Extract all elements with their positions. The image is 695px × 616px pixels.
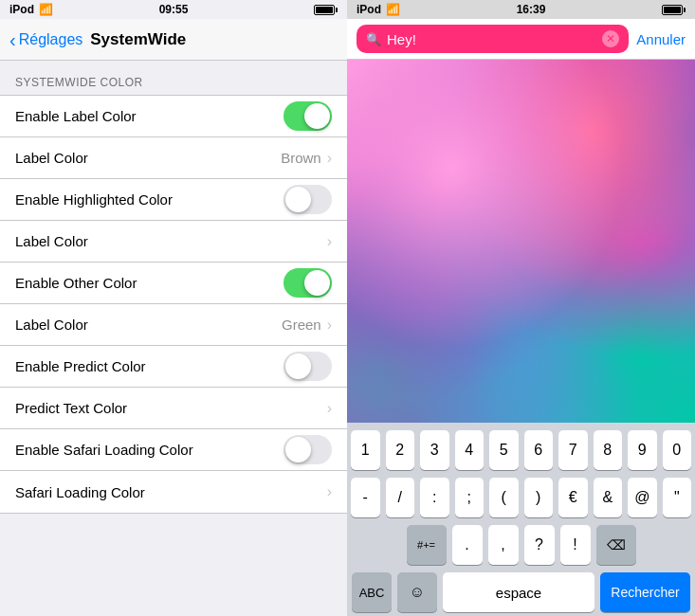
- key-slash[interactable]: /: [386, 478, 415, 517]
- key-euro[interactable]: €: [558, 478, 588, 517]
- key-1[interactable]: 1: [351, 430, 380, 470]
- key-2[interactable]: 2: [386, 430, 415, 470]
- search-icon-right: 🔍: [366, 32, 381, 46]
- key-search[interactable]: Rechercher: [600, 572, 690, 612]
- search-clear-button[interactable]: ✕: [602, 30, 619, 47]
- device-name-left: iPod: [9, 3, 34, 16]
- cancel-button[interactable]: Annuler: [636, 31, 686, 47]
- row-label-color-brown[interactable]: Label Color Brown ›: [0, 137, 347, 179]
- row-predict-text-color[interactable]: Predict Text Color ›: [0, 388, 347, 429]
- key-comma[interactable]: ,: [488, 525, 519, 565]
- keyboard-row-3: #+= . , ? ! ⌫: [351, 525, 691, 565]
- key-colon[interactable]: :: [420, 478, 449, 517]
- keyboard-row-symbols: - / : ; ( ) € & @ ": [351, 478, 691, 517]
- key-9[interactable]: 9: [628, 430, 657, 470]
- row-label-6: Enable Predict Color: [15, 358, 283, 374]
- right-panel: iPod 📶 16:39 🔍 Hey! ✕ Annuler 1: [347, 0, 695, 616]
- chevron-icon-5: ›: [327, 317, 332, 334]
- row-label-color-empty[interactable]: Label Color ›: [0, 221, 347, 263]
- settings-group: Enable Label Color Label Color Brown › E…: [0, 95, 347, 514]
- battery-icon-left: [314, 5, 338, 15]
- key-question[interactable]: ?: [524, 525, 555, 565]
- key-amp[interactable]: &: [594, 478, 623, 517]
- settings-list: SYSTEMWIDE COLOR Enable Label Color Labe…: [0, 61, 347, 616]
- time-left: 09:55: [159, 3, 189, 16]
- keyboard-row-bottom: ABC ☺ espace Rechercher: [351, 572, 691, 612]
- key-semicolon[interactable]: ;: [455, 478, 485, 517]
- key-3[interactable]: 3: [420, 430, 449, 470]
- keyboard-row-numbers: 1 2 3 4 5 6 7 8 9 0: [351, 430, 691, 470]
- key-8[interactable]: 8: [594, 430, 623, 470]
- row-enable-label-color[interactable]: Enable Label Color: [0, 96, 347, 137]
- key-space[interactable]: espace: [443, 572, 594, 612]
- search-bar-container: 🔍 Hey! ✕ Annuler: [347, 19, 695, 60]
- color-picker-area[interactable]: [347, 60, 695, 423]
- row-label-7: Predict Text Color: [15, 400, 327, 416]
- row-label-5: Label Color: [15, 317, 282, 333]
- key-exclaim[interactable]: !: [560, 525, 591, 565]
- search-input-text[interactable]: Hey!: [387, 31, 596, 47]
- toggle-enable-highlighted-color[interactable]: [283, 185, 332, 214]
- key-rparen[interactable]: ): [524, 478, 554, 517]
- toggle-enable-other-color[interactable]: [283, 268, 332, 298]
- nav-title: SystemWide: [90, 30, 186, 49]
- row-label-4: Enable Other Color: [15, 275, 283, 291]
- left-panel: iPod 📶 09:55 ‹ Réglages SystemWide SYSTE…: [0, 0, 347, 616]
- key-6[interactable]: 6: [524, 430, 554, 470]
- wifi-icon-left: 📶: [39, 3, 53, 16]
- chevron-icon-3: ›: [327, 233, 332, 250]
- wifi-icon-right: 📶: [386, 3, 400, 16]
- toggle-enable-label-color[interactable]: [283, 101, 332, 131]
- toggle-enable-predict-color[interactable]: [283, 352, 332, 381]
- back-button[interactable]: ‹ Réglages: [9, 30, 82, 49]
- time-right: 16:39: [517, 3, 546, 16]
- key-dash[interactable]: -: [351, 478, 380, 517]
- row-label-2: Enable Highlighted Color: [15, 191, 283, 208]
- section-header: SYSTEMWIDE COLOR: [0, 61, 347, 95]
- status-bar-right: iPod 📶 16:39: [347, 0, 695, 19]
- chevron-icon-1: ›: [327, 150, 332, 167]
- key-period[interactable]: .: [452, 525, 483, 565]
- row-label-color-green[interactable]: Label Color Green ›: [0, 304, 347, 346]
- row-value-brown: Brown: [281, 150, 321, 166]
- row-label-0: Enable Label Color: [15, 108, 283, 124]
- key-hash[interactable]: #+=: [407, 525, 447, 565]
- key-4[interactable]: 4: [455, 430, 485, 470]
- device-name-right: iPod: [357, 3, 381, 16]
- row-label-1: Label Color: [15, 150, 281, 166]
- row-label-9: Safari Loading Color: [15, 484, 327, 500]
- row-enable-highlighted-color[interactable]: Enable Highlighted Color: [0, 179, 347, 221]
- key-quote[interactable]: ": [663, 478, 692, 517]
- toggle-enable-safari-loading-color[interactable]: [283, 435, 332, 464]
- nav-bar-left: ‹ Réglages SystemWide: [0, 19, 347, 61]
- key-emoji[interactable]: ☺: [397, 572, 437, 612]
- key-lparen[interactable]: (: [489, 478, 519, 517]
- row-enable-predict-color[interactable]: Enable Predict Color: [0, 346, 347, 388]
- row-safari-loading-color[interactable]: Safari Loading Color ›: [0, 471, 347, 513]
- key-7[interactable]: 7: [558, 430, 588, 470]
- key-5[interactable]: 5: [489, 430, 519, 470]
- status-bar-left: iPod 📶 09:55: [0, 0, 347, 19]
- row-value-green: Green: [282, 317, 321, 333]
- row-label-3: Label Color: [15, 233, 327, 249]
- chevron-icon-9: ›: [327, 483, 332, 500]
- keyboard: 1 2 3 4 5 6 7 8 9 0 - / : ; ( ) € & @ " …: [347, 423, 695, 616]
- back-chevron-icon: ‹: [9, 30, 16, 49]
- key-0[interactable]: 0: [663, 430, 692, 470]
- key-at[interactable]: @: [628, 478, 657, 517]
- row-label-8: Enable Safari Loading Color: [15, 442, 283, 458]
- back-label: Réglages: [19, 31, 83, 48]
- row-enable-safari-loading-color[interactable]: Enable Safari Loading Color: [0, 429, 347, 471]
- battery-icon-right: [662, 5, 686, 15]
- color-gradient: [347, 60, 695, 423]
- search-input-wrapper[interactable]: 🔍 Hey! ✕: [357, 25, 629, 53]
- chevron-icon-7: ›: [327, 400, 332, 417]
- key-delete[interactable]: ⌫: [596, 525, 636, 565]
- key-abc[interactable]: ABC: [352, 572, 392, 612]
- row-enable-other-color[interactable]: Enable Other Color: [0, 263, 347, 304]
